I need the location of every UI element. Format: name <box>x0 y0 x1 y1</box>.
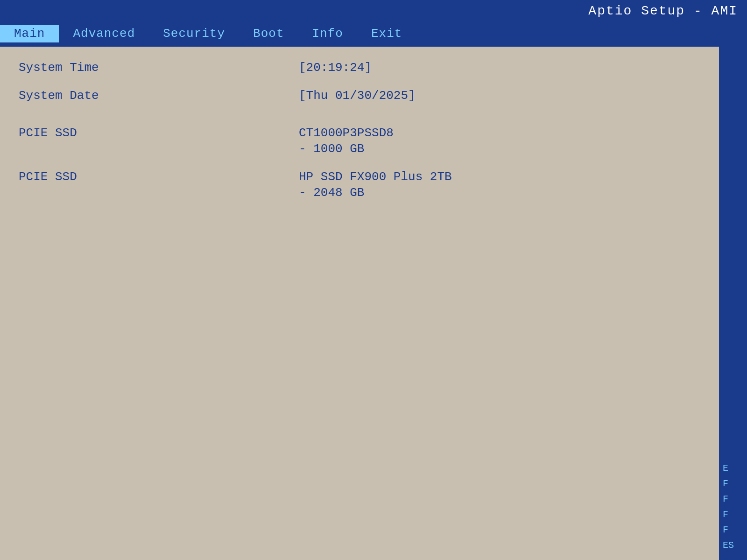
app-title: Aptio Setup - AMI <box>588 4 738 18</box>
drive-label-2: PCIE SSD <box>19 170 299 184</box>
fn-key-f3: F <box>719 509 747 520</box>
spacer-2 <box>19 165 710 170</box>
drive-row-2: PCIE SSD HP SSD FX900 Plus 2TB - 2048 GB <box>19 170 710 200</box>
system-time-label: System Time <box>19 61 299 75</box>
spacer-1 <box>19 117 710 126</box>
fn-key-e: E <box>719 463 747 474</box>
menu-item-advanced[interactable]: Advanced <box>59 25 149 42</box>
main-content: System Time [20:19:24] System Date [Thu … <box>0 47 747 560</box>
drive-details-1: CT1000P3PSSD8 - 1000 GB <box>299 126 394 156</box>
drive-details-2: HP SSD FX900 Plus 2TB - 2048 GB <box>299 170 452 200</box>
system-date-value[interactable]: [Thu 01/30/2025] <box>299 89 416 103</box>
menu-item-info[interactable]: Info <box>298 25 357 42</box>
drive-name-1: CT1000P3PSSD8 <box>299 126 394 140</box>
fn-key-f4: F <box>719 525 747 535</box>
drive-size-1: - 1000 GB <box>299 142 394 156</box>
drive-row-1: PCIE SSD CT1000P3PSSD8 - 1000 GB <box>19 126 710 156</box>
drive-size-2: - 2048 GB <box>299 186 452 200</box>
system-date-row: System Date [Thu 01/30/2025] <box>19 89 710 103</box>
system-time-row: System Time [20:19:24] <box>19 61 710 75</box>
content-wrapper: System Time [20:19:24] System Date [Thu … <box>0 47 747 560</box>
system-time-value[interactable]: [20:19:24] <box>299 61 372 75</box>
fn-key-f1: F <box>719 478 747 489</box>
menu-item-boot[interactable]: Boot <box>239 25 298 42</box>
menu-bar: Main Advanced Security Boot Info Exit <box>0 22 747 45</box>
fn-key-f2: F <box>719 494 747 504</box>
drive-label-1: PCIE SSD <box>19 126 299 140</box>
bios-screen: Aptio Setup - AMI Main Advanced Security… <box>0 0 747 560</box>
drive-name-2: HP SSD FX900 Plus 2TB <box>299 170 452 184</box>
menu-item-security[interactable]: Security <box>149 25 239 42</box>
title-bar: Aptio Setup - AMI <box>0 0 747 22</box>
right-sidebar: E F F F F ES <box>719 47 747 560</box>
menu-item-main[interactable]: Main <box>0 25 59 42</box>
fn-key-es: ES <box>719 540 747 551</box>
system-date-label: System Date <box>19 89 299 103</box>
menu-item-exit[interactable]: Exit <box>357 25 416 42</box>
